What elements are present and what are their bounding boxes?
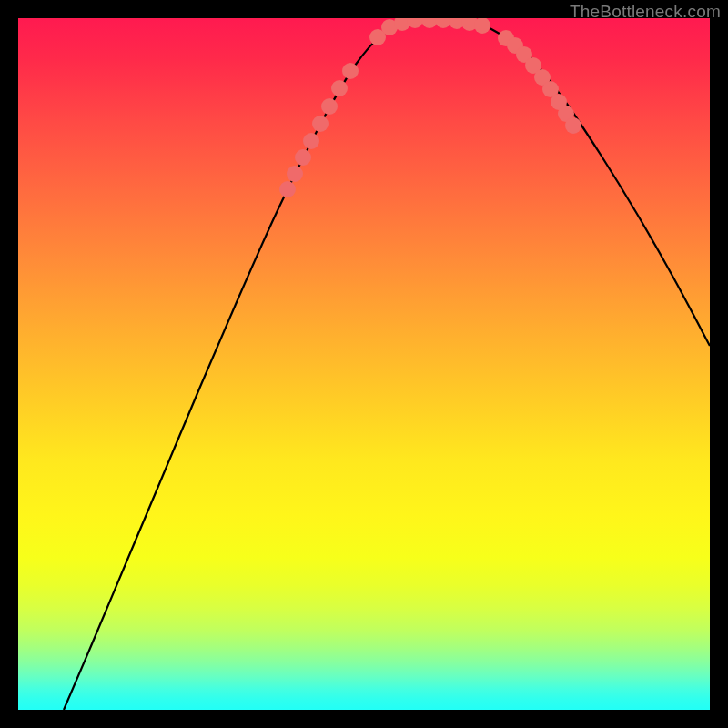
bottleneck-curve [64,20,710,710]
highlight-dot [295,149,311,166]
highlight-dot [279,181,296,197]
highlight-dot [303,133,319,149]
highlight-dot [312,116,329,132]
chart-plot-area [18,18,710,710]
chart-svg [18,18,710,710]
watermark-text: TheBottleneck.com [570,2,721,22]
highlight-dots-group [279,18,581,197]
chart-frame: TheBottleneck.com [0,0,728,728]
highlight-dot [474,18,490,34]
highlight-dot [331,80,348,96]
highlight-dot [342,63,359,79]
highlight-dot [287,166,303,182]
highlight-dot [565,117,581,134]
highlight-dot [321,98,338,115]
